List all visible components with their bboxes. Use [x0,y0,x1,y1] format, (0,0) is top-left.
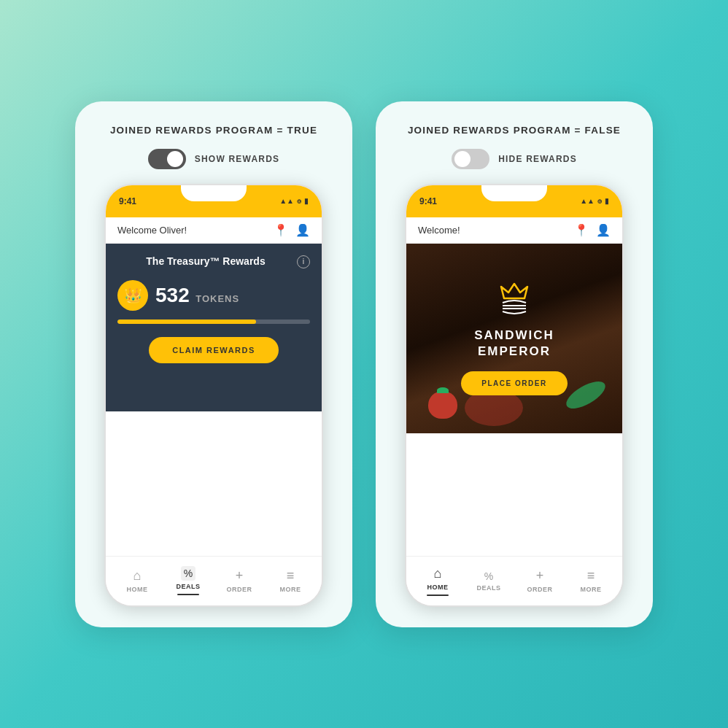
right-status-bar: 9:41 ▲▲ ⌾ ▮ [406,185,622,217]
right-phone-frame: 9:41 ▲▲ ⌾ ▮ Welcome! 📍 👤 [405,184,624,607]
leaf-decoration [562,376,609,414]
nav-order-left[interactable]: + ORDER [214,564,265,597]
right-toggle-row: HIDE REWARDS [452,149,577,169]
left-status-icons: ▲▲ ⌾ ▮ [279,197,309,205]
tokens-display: 532 TOKENS [155,284,239,307]
rewards-title: The Treasury™ Rewards [117,255,310,267]
emperor-title: SANDWICH EMPEROR [474,328,554,360]
right-phone-header: Welcome! 📍 👤 [406,217,622,244]
tokens-value: 532 [155,284,190,306]
nav-deals-left[interactable]: % DEALS [163,562,214,600]
crown-badge: 👑 [117,280,148,311]
rewards-card-inner: i The Treasury™ Rewards 👑 532 TOKENS [117,255,310,363]
nav-more-right[interactable]: ≡ MORE [565,564,616,597]
location-icon[interactable]: 📍 [274,223,288,237]
right-header-icons: 📍 👤 [574,223,611,237]
emperor-title-line1: SANDWICH [474,328,554,342]
profile-icon-right[interactable]: 👤 [596,223,611,237]
right-toggle-label: HIDE REWARDS [498,154,577,164]
nav-deals-label-right: DEALS [476,584,500,592]
left-toggle[interactable] [148,149,186,169]
sandwich-emperor-section: SANDWICH EMPEROR PLACE ORDER [406,244,622,433]
nav-home-right[interactable]: ⌂ HOME [412,562,463,600]
right-toggle-knob [454,151,471,167]
order-icon-right: + [536,568,544,584]
place-order-button[interactable]: PLACE ORDER [461,371,567,395]
right-toggle[interactable] [452,149,489,169]
right-content-white [406,433,622,556]
tokens-row: 👑 532 TOKENS [117,280,310,311]
wifi-icon-right: ⌾ [597,197,602,205]
left-welcome-text: Welcome Oliver! [117,225,187,236]
left-content-white [106,411,322,556]
left-card-label: JOINED REWARDS PROGRAM = TRUE [110,125,317,136]
right-notch [481,185,547,201]
nav-deals-right[interactable]: % DEALS [463,566,514,596]
nav-home-label-right: HOME [427,584,449,591]
rewards-card: i The Treasury™ Rewards 👑 532 TOKENS [106,244,322,411]
nav-order-right[interactable]: + ORDER [514,564,565,597]
right-card: JOINED REWARDS PROGRAM = FALSE HIDE REWA… [376,101,653,627]
svg-marker-0 [501,284,527,298]
nav-deals-underline [177,594,199,595]
nav-home-underline [427,595,449,596]
deals-icon-right: % [484,570,493,582]
more-icon: ≡ [287,568,295,584]
left-status-time: 9:41 [119,196,136,206]
left-phone-frame: 9:41 ▲▲ ⌾ ▮ Welcome Oliver! 📍 👤 [104,184,323,607]
left-toggle-row: SHOW REWARDS [148,149,279,169]
left-header-icons: 📍 👤 [274,223,310,237]
progress-bar-background [117,320,310,324]
order-icon: + [236,568,244,584]
emperor-crown-svg [495,281,533,319]
nav-more-label-right: MORE [581,586,602,593]
location-icon-right[interactable]: 📍 [574,223,589,237]
tokens-unit: TOKENS [195,293,239,304]
claim-rewards-button[interactable]: CLAIM REWARDS [149,337,279,363]
nav-more-label: MORE [280,586,301,593]
info-icon[interactable]: i [297,255,310,268]
profile-icon[interactable]: 👤 [295,223,310,237]
signal-icon-right: ▲▲ [580,197,595,205]
home-icon-right: ⌂ [434,566,442,581]
left-status-bar: 9:41 ▲▲ ⌾ ▮ [106,185,322,217]
emperor-title-line2: EMPEROR [478,344,551,358]
home-icon: ⌂ [133,568,142,584]
more-icon-right: ≡ [587,568,595,584]
right-status-time: 9:41 [419,196,437,206]
nav-order-label-right: ORDER [527,586,552,593]
right-bottom-nav: ⌂ HOME % DEALS + ORDER ≡ MORE [406,556,622,605]
right-welcome-text: Welcome! [418,225,460,236]
right-card-label: JOINED REWARDS PROGRAM = FALSE [408,125,621,136]
wifi-icon: ⌾ [297,197,301,205]
signal-icon: ▲▲ [279,197,294,205]
nav-deals-label: DEALS [176,583,200,590]
main-container: JOINED REWARDS PROGRAM = TRUE SHOW REWAR… [46,72,682,657]
progress-bar-fill [117,320,256,324]
left-toggle-knob [167,151,183,167]
left-card: JOINED REWARDS PROGRAM = TRUE SHOW REWAR… [75,101,352,627]
left-phone-header: Welcome Oliver! 📍 👤 [106,217,322,244]
battery-icon-right: ▮ [605,197,609,205]
nav-home-left[interactable]: ⌂ HOME [112,564,163,597]
nav-order-label: ORDER [226,586,252,593]
nav-home-label: HOME [127,586,148,593]
crown-icon: 👑 [124,287,142,304]
right-status-icons: ▲▲ ⌾ ▮ [580,197,609,205]
deals-icon: % [181,566,195,581]
left-notch [181,185,247,201]
battery-icon: ▮ [304,197,309,205]
left-toggle-label: SHOW REWARDS [195,154,279,164]
nav-more-left[interactable]: ≡ MORE [265,564,316,597]
tomato-decoration [428,391,457,419]
left-bottom-nav: ⌂ HOME % DEALS + ORDER ≡ MORE [106,556,322,605]
